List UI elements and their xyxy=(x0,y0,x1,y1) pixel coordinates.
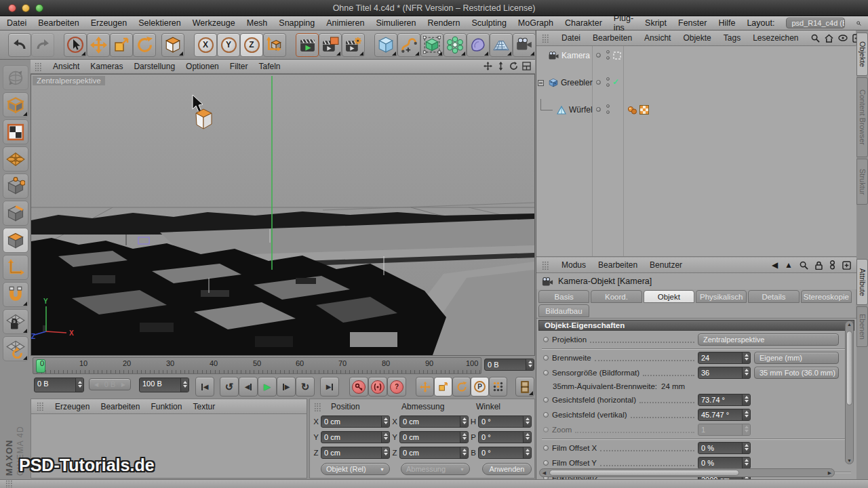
fov-vertical-field[interactable]: 45.747 ° xyxy=(698,409,751,421)
viewport-3d[interactable]: Y X Z Zentralperspektive xyxy=(31,74,535,356)
toggle-views-icon[interactable] xyxy=(522,62,531,70)
menu-charakter[interactable]: Charakter xyxy=(565,18,602,28)
stepper-icon[interactable] xyxy=(523,447,531,458)
tab-bildaufbau[interactable]: Bildaufbau xyxy=(538,304,589,317)
texture-mode-button[interactable] xyxy=(3,119,28,144)
render-settings-button[interactable] xyxy=(342,33,365,57)
workplane-modes-button[interactable] xyxy=(3,336,28,361)
add-primitive-button[interactable] xyxy=(374,33,397,57)
om-eye-icon[interactable] xyxy=(838,35,848,41)
am-addpanel-icon[interactable] xyxy=(842,261,851,270)
om-menu-ansicht[interactable]: Ansicht xyxy=(644,33,671,43)
side-tab-attribute[interactable]: Attribute xyxy=(856,259,868,305)
layout-dropdown[interactable]: psd_R14_c4d (Benutzer) ▼ xyxy=(786,18,845,28)
key-bullet-icon[interactable] xyxy=(543,445,549,451)
stepper-icon[interactable] xyxy=(526,359,534,370)
range-end-field[interactable]: 100 B xyxy=(139,378,189,392)
enable-axis-button[interactable] xyxy=(3,255,28,280)
stepper-icon[interactable] xyxy=(523,432,531,443)
timeline-ruler[interactable]: 0 10 20 30 40 50 60 70 80 90 100 xyxy=(33,357,481,374)
make-editable-button[interactable] xyxy=(3,65,28,90)
edges-mode-button[interactable] xyxy=(3,201,28,226)
film-offset-y-field[interactable]: 0 % xyxy=(698,457,751,469)
tab-details[interactable]: Details xyxy=(748,290,799,303)
enabled-check-icon[interactable]: ✓ xyxy=(612,77,619,87)
position-z-field[interactable]: 0 cm xyxy=(321,447,390,459)
previous-key-button[interactable]: ↺ xyxy=(220,377,239,396)
points-mode-button[interactable] xyxy=(3,174,28,199)
render-picture-viewer-button[interactable] xyxy=(319,33,342,57)
stepper-icon[interactable] xyxy=(742,352,750,363)
layer-dot-icon[interactable] xyxy=(596,80,601,85)
panel-grip-icon[interactable] xyxy=(542,34,549,43)
key-bullet-icon[interactable] xyxy=(543,370,549,375)
panel-grip-icon[interactable] xyxy=(35,62,42,71)
size-mode-dropdown[interactable]: Abmessung▼ xyxy=(401,463,470,475)
add-cloner-button[interactable] xyxy=(443,33,467,57)
key-bullet-icon[interactable] xyxy=(543,355,549,361)
tab-basis[interactable]: Basis xyxy=(538,290,589,303)
keying-help-button[interactable]: ? xyxy=(387,377,406,396)
zoom-view-icon[interactable] xyxy=(496,62,505,70)
undo-button[interactable] xyxy=(8,33,31,57)
stepper-icon[interactable] xyxy=(180,378,189,392)
last-tool-button[interactable] xyxy=(161,33,184,57)
scale-tool-button[interactable] xyxy=(110,33,133,57)
menu-fenster[interactable]: Fenster xyxy=(678,18,707,28)
scroll-down-icon[interactable]: ▼ xyxy=(845,458,854,463)
render-visibility-dot[interactable] xyxy=(606,83,610,87)
menu-werkzeuge[interactable]: Werkzeuge xyxy=(193,18,235,28)
panel-grip-icon[interactable] xyxy=(5,480,13,488)
key-position-button[interactable] xyxy=(416,377,434,396)
tab-stereoskopie[interactable]: Stereoskopie xyxy=(801,290,852,303)
range-start-field[interactable]: 0 B xyxy=(34,378,84,392)
camera-view-toggle-icon[interactable] xyxy=(613,52,621,60)
menu-skript[interactable]: Skript xyxy=(645,18,667,28)
preview-range-field[interactable]: ◀ 0 B ▶ xyxy=(89,378,131,390)
size-z-field[interactable]: 0 cm xyxy=(399,447,469,459)
side-tab-objekte[interactable]: Objekte xyxy=(856,33,868,76)
add-camera-button[interactable] xyxy=(513,33,535,57)
open-timeline-button[interactable] xyxy=(515,377,534,396)
brennweite-field[interactable]: 24 xyxy=(698,352,751,364)
lock-y-axis-button[interactable]: Y xyxy=(217,33,240,57)
object-row-wuerfel[interactable]: Würfel xyxy=(536,103,856,117)
menu-bearbeiten[interactable]: Bearbeiten xyxy=(38,18,79,28)
am-lock-icon[interactable] xyxy=(815,261,823,270)
horizontal-scrollbar[interactable]: ◀ ▶ xyxy=(539,468,835,477)
current-frame-field[interactable]: 0 B xyxy=(484,359,534,371)
texture-tag-icon[interactable] xyxy=(639,105,649,115)
key-pla-button[interactable] xyxy=(489,377,507,396)
rotation-p-field[interactable]: 0 ° xyxy=(478,431,532,443)
tab-physikalisch[interactable]: Physikalisch xyxy=(696,290,747,303)
stepper-icon[interactable] xyxy=(381,416,389,427)
section-header[interactable]: Objekt-Eigenschaften xyxy=(538,320,854,331)
om-search-icon[interactable] xyxy=(811,34,820,43)
layer-dot-icon[interactable] xyxy=(596,53,601,58)
stepper-icon[interactable] xyxy=(460,447,468,458)
lock-workplane-button[interactable] xyxy=(3,309,28,334)
rotation-h-field[interactable]: 0 ° xyxy=(478,415,532,428)
side-tab-struktur[interactable]: Struktur xyxy=(856,159,868,205)
stepper-icon[interactable] xyxy=(460,416,468,427)
am-menu-modus[interactable]: Modus xyxy=(561,260,586,270)
menu-mograph[interactable]: MoGraph xyxy=(518,18,553,28)
menu-simulieren[interactable]: Simulieren xyxy=(376,18,416,28)
expand-toggle-icon[interactable] xyxy=(538,80,544,86)
stepper-icon[interactable] xyxy=(381,432,389,443)
stepper-icon[interactable] xyxy=(742,367,750,378)
sensor-preset-dropdown[interactable]: 35 mm Foto (36.0 mm) xyxy=(754,367,839,379)
key-bullet-icon[interactable] xyxy=(543,337,549,342)
zoom-window-icon[interactable] xyxy=(35,4,43,12)
autokey-button[interactable] xyxy=(368,377,387,396)
coordinate-system-button[interactable] xyxy=(263,33,286,57)
vp-menu-kameras[interactable]: Kameras xyxy=(90,62,123,71)
stepper-icon[interactable] xyxy=(742,458,750,468)
rotate-tool-button[interactable] xyxy=(133,33,156,57)
panel-grip-icon[interactable] xyxy=(314,403,321,411)
stepper-icon[interactable] xyxy=(742,443,750,453)
projektion-dropdown[interactable]: Zentralperspektive xyxy=(698,333,839,346)
add-generator-button[interactable] xyxy=(420,33,443,57)
mat-menu-bearbeiten[interactable]: Bearbeiten xyxy=(100,402,140,411)
stepper-icon[interactable] xyxy=(381,447,389,458)
